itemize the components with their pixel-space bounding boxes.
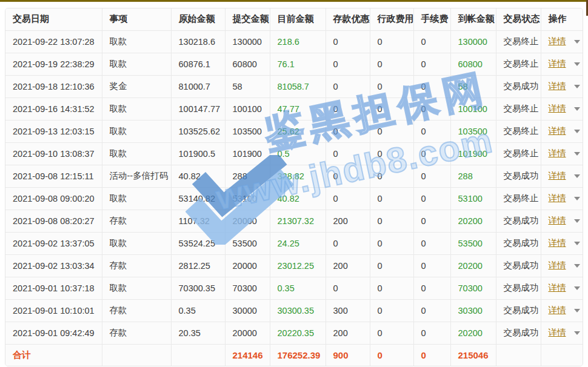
caret-down-icon[interactable] xyxy=(574,197,580,200)
caret-down-icon[interactable] xyxy=(574,242,580,245)
transaction-history-table: 交易日期事项原始金额提交金额目前金额存款优惠行政费用手续费到帐金额交易状态操作 … xyxy=(5,8,583,366)
cell-current-amount: 81058.7 xyxy=(270,75,326,98)
cell-current-amount: 23012.25 xyxy=(270,254,326,277)
cell-action: 详情 xyxy=(541,53,583,75)
cell-submitted-amount: 20000 xyxy=(225,210,270,232)
detail-link[interactable]: 详情 xyxy=(549,126,566,136)
cell-submitted-amount: 30000 xyxy=(225,299,270,322)
detail-link[interactable]: 详情 xyxy=(549,238,566,248)
detail-link[interactable]: 详情 xyxy=(549,171,566,180)
cell-item: 存款 xyxy=(102,254,171,277)
detail-link[interactable]: 详情 xyxy=(549,305,566,315)
cell-item: 奖金 xyxy=(102,75,171,98)
cell-current-amount: 20220.35 xyxy=(270,322,326,344)
detail-link[interactable]: 详情 xyxy=(549,59,566,68)
cell-transaction-date: 2021-09-01 09:42:49 xyxy=(5,322,102,344)
cell-submitted-amount: 101900 xyxy=(225,142,270,165)
cell-original-amount: 0.35 xyxy=(171,299,225,322)
cell-item: 取款 xyxy=(102,142,171,165)
table-row: 2021-09-01 10:37:18 取款 70300.35 70300 0.… xyxy=(5,277,583,299)
detail-link[interactable]: 详情 xyxy=(549,216,566,225)
cell-deposit-bonus: 300 xyxy=(326,299,370,322)
caret-down-icon[interactable] xyxy=(574,309,580,312)
column-header-current: 目前金额 xyxy=(270,8,326,30)
total-admin-fee: 0 xyxy=(370,344,413,366)
detail-link[interactable]: 详情 xyxy=(549,81,566,91)
caret-down-icon[interactable] xyxy=(574,130,580,133)
table-row: 2021-09-02 13:37:05 取款 53524.25 53500 24… xyxy=(5,232,583,254)
cell-handling-fee: 0 xyxy=(413,75,450,98)
cell-current-amount: 218.6 xyxy=(270,30,326,53)
cell-admin-fee: 0 xyxy=(370,98,413,120)
caret-down-icon[interactable] xyxy=(574,264,580,268)
caret-down-icon[interactable] xyxy=(574,85,580,88)
cell-transaction-date: 2021-09-22 13:07:28 xyxy=(5,30,102,53)
cell-admin-fee: 0 xyxy=(370,210,413,232)
table-row: 2021-09-22 13:07:28 取款 130218.6 130000 2… xyxy=(5,30,583,53)
cell-action: 详情 xyxy=(541,165,583,187)
cell-original-amount: 60876.1 xyxy=(171,53,225,75)
cell-handling-fee: 0 xyxy=(413,299,450,322)
cell-received-amount: 53500 xyxy=(450,232,496,254)
cell-handling-fee: 0 xyxy=(413,232,450,254)
cell-transaction-status: 交易终止 xyxy=(496,187,541,210)
caret-down-icon[interactable] xyxy=(574,331,580,335)
detail-link[interactable]: 详情 xyxy=(549,193,566,203)
cell-admin-fee: 0 xyxy=(370,232,413,254)
cell-action: 详情 xyxy=(541,232,583,254)
cell-transaction-date: 2021-09-10 13:08:37 xyxy=(5,142,102,165)
cell-deposit-bonus: 0 xyxy=(326,232,370,254)
column-header-original: 原始金额 xyxy=(171,8,225,30)
cell-transaction-status: 交易终止 xyxy=(496,30,541,53)
cell-transaction-date: 2021-09-19 22:38:29 xyxy=(5,53,102,75)
caret-down-icon[interactable] xyxy=(574,174,580,178)
total-label: 合计 xyxy=(5,344,102,366)
caret-down-icon[interactable] xyxy=(574,62,580,66)
detail-link[interactable]: 详情 xyxy=(549,148,566,158)
cell-handling-fee: 0 xyxy=(413,165,450,187)
cell-received-amount: 288 xyxy=(450,165,496,187)
cell-transaction-status: 交易成功 xyxy=(496,75,541,98)
cell-deposit-bonus: 0 xyxy=(326,165,370,187)
caret-down-icon[interactable] xyxy=(574,107,580,111)
cell-handling-fee: 0 xyxy=(413,120,450,142)
cell-action: 详情 xyxy=(541,210,583,232)
column-header-bonus: 存款优惠 xyxy=(326,8,370,30)
cell-deposit-bonus: 200 xyxy=(326,322,370,344)
table-row: 2021-09-08 08:20:27 存款 1107.32 20000 213… xyxy=(5,210,583,232)
table-row: 2021-09-01 09:42:49 存款 20.35 20000 20220… xyxy=(5,322,583,344)
detail-link[interactable]: 详情 xyxy=(549,283,566,293)
cell-admin-fee: 0 xyxy=(370,142,413,165)
detail-link[interactable]: 详情 xyxy=(549,104,566,113)
column-header-item: 事项 xyxy=(102,8,171,30)
detail-link[interactable]: 详情 xyxy=(549,36,566,46)
cell-original-amount: 103525.62 xyxy=(171,120,225,142)
detail-link[interactable]: 详情 xyxy=(549,328,566,337)
caret-down-icon[interactable] xyxy=(574,152,580,156)
table-row: 2021-09-16 14:31:52 取款 100147.77 100100 … xyxy=(5,98,583,120)
table-row: 2021-09-18 12:10:36 奖金 81000.7 58 81058.… xyxy=(5,75,583,98)
caret-down-icon[interactable] xyxy=(574,286,580,290)
caret-down-icon[interactable] xyxy=(574,40,580,44)
detail-link[interactable]: 详情 xyxy=(549,260,566,270)
table-row: 2021-09-08 12:15:11 活动--多倍打码 40.82 288 3… xyxy=(5,165,583,187)
cell-submitted-amount: 130000 xyxy=(225,30,270,53)
cell-original-amount: 20.35 xyxy=(171,322,225,344)
cell-transaction-status: 交易成功 xyxy=(496,299,541,322)
caret-down-icon[interactable] xyxy=(574,219,580,223)
cell-action: 详情 xyxy=(541,75,583,98)
cell-action: 详情 xyxy=(541,277,583,299)
cell-admin-fee: 0 xyxy=(370,299,413,322)
cell-transaction-status: 交易成功 xyxy=(496,210,541,232)
cell-transaction-status: 交易终止 xyxy=(496,142,541,165)
table-row: 2021-09-19 22:38:29 取款 60876.1 60800 76.… xyxy=(5,53,583,75)
cell-original-amount: 40.82 xyxy=(171,165,225,187)
cell-submitted-amount: 103500 xyxy=(225,120,270,142)
cell-transaction-status: 交易成功 xyxy=(496,254,541,277)
cell-handling-fee: 0 xyxy=(413,254,450,277)
cell-deposit-bonus: 0 xyxy=(326,98,370,120)
cell-handling-fee: 0 xyxy=(413,142,450,165)
table-total-row: 合计214146176252.3990000215046 xyxy=(5,344,583,366)
total-item xyxy=(102,344,171,366)
cell-received-amount: 103500 xyxy=(450,120,496,142)
